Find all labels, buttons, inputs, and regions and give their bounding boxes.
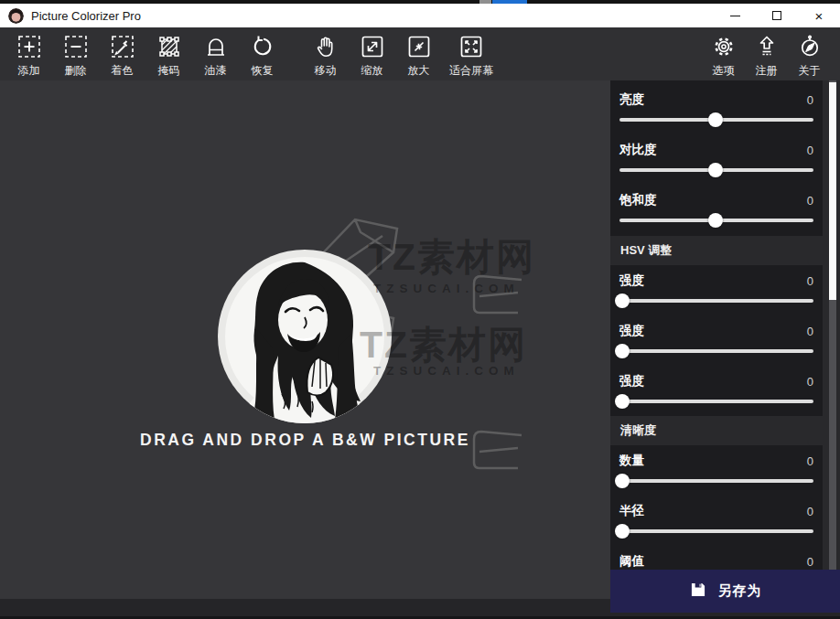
toolbar-right-group: 选项 注册 关于	[702, 34, 831, 79]
slider-label: 饱和度	[619, 192, 657, 208]
slider-label: 强度	[619, 373, 644, 390]
tool-label: 着色	[112, 63, 134, 79]
tool-paint[interactable]: 油漆	[192, 34, 239, 79]
undo-icon	[250, 34, 275, 59]
tool-mask[interactable]: 掩码	[145, 34, 192, 79]
slider-label: 阈值	[619, 553, 644, 570]
toolbar: 添加 删除 着色 掩码 油漆	[0, 27, 840, 80]
tool-register[interactable]: 注册	[745, 34, 788, 79]
tool-label: 掩码	[158, 63, 180, 79]
tool-label: 关于	[799, 63, 821, 79]
maximize-button[interactable]	[756, 4, 798, 27]
slider-track[interactable]	[619, 349, 813, 353]
slider-thumb[interactable]	[615, 394, 630, 409]
scrollbar-thumb[interactable]	[829, 82, 836, 300]
tool-label: 恢复	[252, 63, 274, 79]
slider-thumb[interactable]	[708, 213, 723, 228]
tool-label: 缩放	[361, 63, 383, 79]
tool-label: 注册	[756, 63, 778, 79]
background-window-chip-blue	[492, 0, 527, 4]
window-title: Picture Colorizer Pro	[31, 9, 141, 23]
tool-label: 油漆	[205, 63, 227, 79]
slider-thumb[interactable]	[615, 344, 630, 358]
adjustments-sidebar: 亮度0 对比度0 饱和度0 HSV 调整 强度0 强度0	[610, 80, 840, 619]
slider-thumb[interactable]	[615, 524, 630, 539]
slider-label: 半径	[619, 503, 644, 519]
tool-label: 添加	[18, 63, 40, 79]
tool-label: 放大	[408, 63, 430, 79]
close-button[interactable]: ×	[798, 4, 840, 27]
close-icon: ×	[815, 9, 824, 23]
slider-row: 强度0	[619, 366, 813, 416]
slider-track[interactable]	[619, 479, 813, 483]
slider-row: 饱和度0	[619, 181, 813, 231]
slider-track[interactable]	[619, 529, 813, 533]
app-window: Picture Colorizer Pro × 添加 删除 着色	[0, 0, 840, 619]
tool-fit-screen[interactable]: 适合屏幕	[442, 34, 501, 79]
drop-hint-text: DRAG AND DROP A B&W PICTURE	[0, 431, 610, 450]
compass-icon	[797, 34, 823, 59]
slider-value: 0	[807, 274, 813, 288]
slider-label: 数量	[619, 453, 644, 469]
save-floppy-icon	[689, 581, 707, 602]
app-logo-avatar	[8, 8, 24, 24]
tool-about[interactable]: 关于	[788, 34, 831, 79]
fit-screen-icon	[458, 34, 484, 59]
section-header-clarity: 清晰度	[610, 416, 840, 445]
minimize-icon	[730, 16, 740, 16]
section-header-hsv: HSV 调整	[610, 236, 840, 265]
slider-label: 亮度	[619, 91, 644, 108]
save-as-button[interactable]: 另存为	[610, 570, 840, 613]
tool-delete[interactable]: 删除	[52, 34, 99, 79]
slider-value: 0	[807, 505, 813, 518]
tool-zoom[interactable]: 缩放	[349, 34, 395, 79]
slider-row: 强度0	[619, 265, 813, 315]
slider-value: 0	[807, 325, 813, 338]
slider-thumb[interactable]	[615, 293, 630, 308]
slider-thumb[interactable]	[615, 474, 630, 488]
paint-icon	[203, 34, 229, 59]
watermark-title: TZ素材网	[368, 232, 535, 283]
hsv-adjustments-panel: 强度0 强度0 强度0	[610, 265, 823, 416]
slider-thumb[interactable]	[708, 112, 723, 127]
tool-label: 删除	[65, 63, 87, 79]
slider-value: 0	[807, 375, 813, 389]
basic-adjustments-panel: 亮度0 对比度0 饱和度0	[610, 80, 823, 236]
tool-label: 移动	[315, 63, 337, 79]
eyedropper-icon	[110, 34, 135, 59]
tool-add[interactable]: 添加	[5, 34, 52, 79]
scale-expand-icon	[360, 34, 385, 59]
scale-collapse-icon	[406, 34, 432, 59]
slider-label: 强度	[619, 272, 644, 289]
register-icon	[754, 34, 780, 59]
slider-thumb[interactable]	[708, 163, 723, 177]
slider-track[interactable]	[619, 299, 813, 303]
tool-label: 适合屏幕	[449, 63, 493, 79]
tool-colorize[interactable]: 着色	[99, 34, 145, 79]
tool-label: 选项	[713, 63, 735, 79]
slider-label: 对比度	[619, 142, 657, 158]
slider-value: 0	[807, 144, 813, 157]
watermark-domain: TZSUCAI.COM	[373, 282, 520, 295]
sidebar-scrollbar[interactable]	[829, 80, 836, 570]
maximize-icon	[772, 11, 781, 20]
window-controls: ×	[714, 4, 840, 27]
watermark-title: TZ素材网	[360, 320, 527, 370]
slider-row: 对比度0	[619, 131, 813, 181]
slider-row: 半径0	[619, 496, 813, 546]
add-icon	[16, 34, 42, 59]
slider-value: 0	[807, 555, 813, 569]
slider-value: 0	[807, 93, 813, 107]
slider-track[interactable]	[619, 400, 813, 403]
gear-icon	[711, 34, 737, 59]
slider-value: 0	[807, 454, 813, 468]
tool-options[interactable]: 选项	[702, 34, 745, 79]
image-drop-canvas[interactable]: TZ素材网 TZSUCAI.COM TZ素材网 TZSUCAI.COM DRAG…	[0, 80, 610, 599]
mask-icon	[156, 34, 182, 59]
hand-icon	[313, 34, 339, 59]
minimize-button[interactable]	[714, 4, 756, 27]
tool-restore[interactable]: 恢复	[239, 34, 285, 79]
tool-move[interactable]: 移动	[302, 34, 349, 79]
slider-row: 亮度0	[619, 80, 813, 131]
tool-enlarge[interactable]: 放大	[395, 34, 442, 79]
